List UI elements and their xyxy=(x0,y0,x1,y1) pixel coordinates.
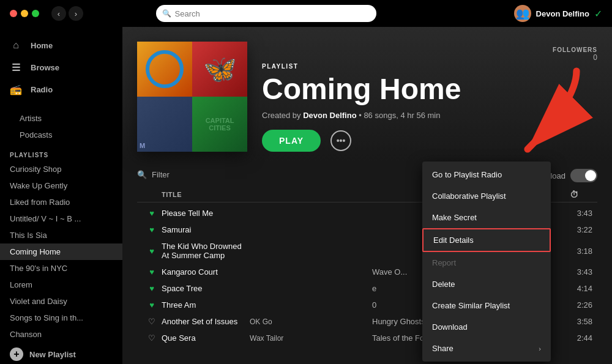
download-toggle[interactable] xyxy=(570,169,597,182)
main-layout: ⌂ Home ☰ Browse 📻 Radio Artists Podcasts… xyxy=(0,27,612,364)
track-heart-3[interactable]: ♥ xyxy=(142,267,162,277)
avatar: 👥 xyxy=(514,5,531,22)
col-duration-header: ⏱ xyxy=(556,190,592,199)
playlist-artwork: M CAPITAL CITIES xyxy=(137,42,247,152)
user-name: Devon Delfino xyxy=(536,9,589,18)
song-count: 86 songs xyxy=(364,111,396,120)
playlist-type-label: PLAYLIST xyxy=(262,63,538,70)
playlists-list: Curiosity Shop Wake Up Gently Liked from… xyxy=(0,161,122,343)
nav-arrows: ‹ › xyxy=(51,6,83,21)
track-title-0: Please Tell Me xyxy=(162,209,250,218)
track-heart-6[interactable]: ♡ xyxy=(142,317,162,326)
sidebar-item-browse[interactable]: ☰ Browse xyxy=(0,56,122,78)
context-menu-item-make-secret[interactable]: Make Secret xyxy=(422,207,551,228)
new-playlist-label: New Playlist xyxy=(29,350,76,359)
followers-label: FOLLOWERS xyxy=(553,46,597,53)
sidebar-item-wake-up-gently[interactable]: Wake Up Gently xyxy=(0,177,122,194)
track-duration-1: 3:22 xyxy=(556,225,592,234)
forward-button[interactable]: › xyxy=(69,6,83,21)
sidebar-item-lorem[interactable]: Lorem xyxy=(0,277,122,293)
col-title-header: TITLE xyxy=(162,190,250,199)
track-heart-4[interactable]: ♥ xyxy=(142,284,162,293)
track-artist-6: OK Go xyxy=(250,318,372,326)
title-bar: ‹ › 🔍 👥 Devon Delfino ✓ xyxy=(0,0,612,27)
artwork-cell-1 xyxy=(137,42,192,97)
maximize-button[interactable] xyxy=(32,10,39,17)
artwork-cell-2 xyxy=(192,42,247,97)
sidebar-item-home[interactable]: ⌂ Home xyxy=(0,34,122,56)
track-duration-3: 3:43 xyxy=(556,267,592,277)
user-area: 👥 Devon Delfino ✓ xyxy=(514,5,602,22)
filter-search-icon: 🔍 xyxy=(137,170,147,179)
track-duration-7: 2:44 xyxy=(556,333,592,343)
sidebar-item-liked-from-radio[interactable]: Liked from Radio xyxy=(0,194,122,210)
context-menu-item-create-similar[interactable]: Create Similar Playlist xyxy=(422,295,551,316)
sidebar-item-chanson[interactable]: Chanson xyxy=(0,326,122,343)
track-title-7: Que Sera xyxy=(162,333,250,343)
search-bar[interactable]: 🔍 xyxy=(156,5,376,22)
back-button[interactable]: ‹ xyxy=(51,6,66,21)
more-options-button[interactable]: ••• xyxy=(330,130,351,151)
sidebar-item-untitled[interactable]: Untitled/ V ~ I ~ B ... xyxy=(0,210,122,227)
sidebar-nav: ⌂ Home ☰ Browse 📻 Radio xyxy=(0,32,122,105)
sidebar-item-artists[interactable]: Artists xyxy=(10,110,113,127)
close-button[interactable] xyxy=(10,10,17,17)
chevron-right-icon: › xyxy=(539,345,541,352)
filter-input-wrap[interactable]: 🔍 Filter xyxy=(137,170,170,179)
track-title-1: Samurai xyxy=(162,225,250,234)
track-duration-4: 4:14 xyxy=(556,284,592,293)
track-heart-1[interactable]: ♥ xyxy=(142,225,162,234)
sidebar-item-radio-label: Radio xyxy=(31,85,53,94)
col-heart-header xyxy=(142,190,162,199)
track-title-6: Another Set of Issues xyxy=(162,317,250,326)
context-menu-item-share[interactable]: Share › xyxy=(422,338,551,359)
playlist-actions: PLAY ••• xyxy=(262,130,538,152)
track-title-3: Kangaroo Court xyxy=(162,267,250,277)
search-input[interactable] xyxy=(175,9,370,18)
col-artist-header xyxy=(250,190,372,199)
window-controls xyxy=(10,10,39,17)
play-button[interactable]: PLAY xyxy=(262,130,321,152)
context-menu-item-edit-details[interactable]: Edit Details xyxy=(422,228,551,252)
context-menu-item-delete[interactable]: Delete xyxy=(422,273,551,295)
track-heart-5[interactable]: ♥ xyxy=(142,300,162,310)
sidebar-item-home-label: Home xyxy=(31,41,53,50)
filter-label: Filter xyxy=(152,170,170,179)
sidebar-item-podcasts[interactable]: Podcasts xyxy=(10,127,113,143)
track-heart-0[interactable]: ♥ xyxy=(142,209,162,218)
sidebar-item-songs-to-sing[interactable]: Songs to Sing in th... xyxy=(0,310,122,326)
plus-icon: + xyxy=(10,347,23,361)
artwork-cell-4: CAPITAL CITIES xyxy=(192,97,247,152)
minimize-button[interactable] xyxy=(21,10,28,17)
context-menu-item-playlist-radio[interactable]: Go to Playlist Radio xyxy=(422,164,551,185)
context-menu-item-download[interactable]: Download xyxy=(422,316,551,338)
search-icon: 🔍 xyxy=(162,9,171,18)
sidebar-item-coming-home[interactable]: Coming Home xyxy=(0,243,122,260)
sidebar-item-this-is-sia[interactable]: This Is Sia xyxy=(0,227,122,243)
sidebar-item-violet-daisy[interactable]: Violet and Daisy xyxy=(0,293,122,310)
track-heart-2[interactable]: ♥ xyxy=(142,247,162,256)
playlist-meta: Created by Devon Delfino • 86 songs, 4 h… xyxy=(262,111,538,120)
sidebar-item-90s-nyc[interactable]: The 90's in NYC xyxy=(0,260,122,277)
playlist-title: Coming Home xyxy=(262,73,538,106)
sidebar-item-curiosity-shop[interactable]: Curiosity Shop xyxy=(0,161,122,177)
playlist-header: M CAPITAL CITIES PLAYLIST Coming Home Cr… xyxy=(122,27,612,162)
followers-area: FOLLOWERS 0 xyxy=(553,46,597,62)
sidebar-item-browse-label: Browse xyxy=(31,63,59,72)
sidebar: ⌂ Home ☰ Browse 📻 Radio Artists Podcasts… xyxy=(0,27,122,364)
new-playlist-button[interactable]: + New Playlist xyxy=(0,343,122,364)
context-menu-item-collab[interactable]: Collaborative Playlist xyxy=(422,185,551,207)
radio-icon: 📻 xyxy=(10,83,22,95)
artwork-cell-3: M xyxy=(137,97,192,152)
track-duration-6: 3:58 xyxy=(556,317,592,326)
track-title-2: The Kid Who Drowned At Summer Camp xyxy=(162,242,250,260)
track-title-4: Space Tree xyxy=(162,284,250,293)
track-duration-2: 3:18 xyxy=(556,247,592,256)
content-area: M CAPITAL CITIES PLAYLIST Coming Home Cr… xyxy=(122,27,612,364)
track-heart-7[interactable]: ♡ xyxy=(142,333,162,343)
sidebar-item-radio[interactable]: 📻 Radio xyxy=(0,78,122,100)
section-group: Artists Podcasts xyxy=(0,105,122,144)
playlists-section-label: PLAYLISTS xyxy=(0,144,122,161)
playlist-info: PLAYLIST Coming Home Created by Devon De… xyxy=(262,63,538,152)
context-menu-item-report: Report xyxy=(422,252,551,273)
